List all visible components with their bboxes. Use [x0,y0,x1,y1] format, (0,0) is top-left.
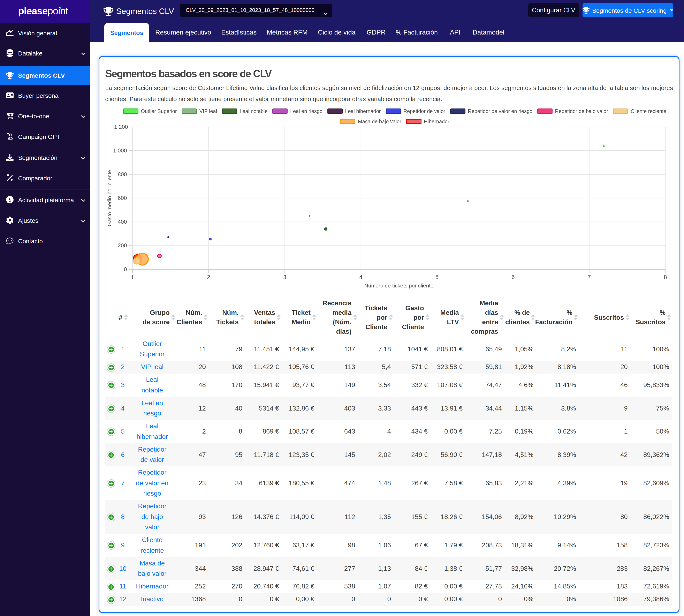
svg-text:2: 2 [207,274,210,280]
svg-text:1.200: 1.200 [114,124,128,130]
svg-text:800: 800 [118,171,127,178]
svg-text:8: 8 [664,274,667,280]
svg-text:400: 400 [118,219,127,225]
svg-text:1.000: 1.000 [113,148,127,154]
svg-text:7: 7 [588,274,591,280]
svg-text:600: 600 [118,195,127,201]
svg-text:Número de tickets por cliente: Número de tickets por cliente [364,283,434,289]
svg-text:0: 0 [124,266,127,272]
svg-text:200: 200 [118,242,127,249]
svg-text:6: 6 [511,274,515,280]
svg-text:Gasto medio por cliente: Gasto medio por cliente [107,170,113,226]
svg-text:1: 1 [131,274,134,280]
svg-text:3: 3 [283,274,286,280]
svg-text:5: 5 [435,274,439,280]
svg-text:4: 4 [359,274,363,280]
